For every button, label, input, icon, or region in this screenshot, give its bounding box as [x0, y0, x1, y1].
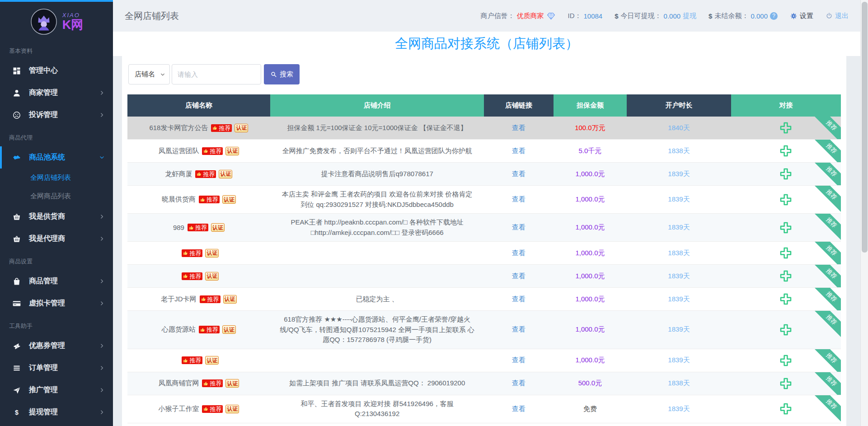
main-area: 全网店铺列表 商户信誉： 优质商家 ID： 10084 $ 今日可提现： 0.0… — [113, 0, 860, 426]
shop-link-cell: 查看 — [484, 372, 553, 395]
search-input[interactable] — [172, 64, 261, 84]
thumb-up-icon — [183, 250, 188, 256]
open-days-cell: 1839天 — [627, 395, 731, 423]
view-link[interactable]: 查看 — [512, 249, 525, 257]
sidebar-item-merchant-management[interactable]: 商家管理 — [0, 82, 113, 104]
thumb-up-icon — [183, 273, 188, 279]
table-row: 618发卡网官方公告推荐认证担保金额 1元=100保证金 10元=1000保证金… — [127, 117, 841, 140]
sidebar-subitem-all-product-list[interactable]: 全网商品列表 — [0, 187, 113, 206]
connect-button[interactable] — [779, 292, 793, 306]
connect-button[interactable] — [779, 377, 793, 390]
sidebar-subitem-all-shop-list[interactable]: 全网店铺列表 — [0, 169, 113, 187]
sidebar-item-product-pool-system[interactable]: 商品池系统 — [0, 146, 113, 169]
recommend-badge-label: 推荐 — [189, 357, 201, 363]
column-header-6: 对接 — [731, 94, 841, 117]
sidebar-item-complaint-management[interactable]: 投诉管理 — [0, 104, 113, 126]
frown-icon — [12, 111, 21, 120]
recommend-badge-label: 推荐 — [206, 327, 218, 332]
connect-button[interactable] — [779, 402, 793, 416]
shop-intro-cell: 担保金额 1元=100保证金 10元=1000保证金 【保证金不退】 — [270, 117, 484, 139]
connect-button[interactable] — [779, 354, 793, 367]
sidebar-item-label: 商家管理 — [29, 88, 58, 98]
recommend-badge-label: 推荐 — [210, 380, 221, 386]
recommend-ribbon: 推荐 — [812, 186, 841, 213]
table-row: 凤凰运营团队推荐认证全网推广免费发布，否则平台不予通过！凤凰运营团队为你护航查看… — [127, 140, 841, 163]
view-link[interactable]: 查看 — [512, 295, 525, 304]
search-button-label: 搜索 — [280, 70, 293, 79]
sidebar-item-i-am-agent[interactable]: 我是代理商 — [0, 228, 113, 250]
sidebar-item-label: 虚拟卡管理 — [29, 299, 65, 308]
search-field-select[interactable]: 店铺名 — [128, 64, 170, 84]
connect-button[interactable] — [779, 121, 793, 135]
sidebar-item-virtual-card-management[interactable]: 虚拟卡管理 — [0, 292, 113, 314]
view-link[interactable]: 查看 — [512, 379, 525, 388]
thumb-up-icon — [189, 225, 194, 230]
merchant-id: ID： 10084 — [568, 12, 603, 20]
settings[interactable]: 设置 — [790, 12, 813, 20]
connect-cell: 推荐 — [731, 372, 841, 395]
view-link[interactable]: 查看 — [512, 223, 525, 232]
svg-text:$: $ — [15, 408, 19, 416]
connect-cell: 推荐 — [731, 288, 841, 310]
view-link[interactable]: 查看 — [512, 124, 525, 132]
open-days: 1839天 — [668, 295, 690, 304]
sidebar-item-promotion-management[interactable]: 推广管理 — [0, 379, 113, 401]
open-days: 1839天 — [668, 272, 690, 281]
guarantee-amount: 1,000.0元 — [575, 325, 605, 334]
sidebar-item-product-management[interactable]: 商品管理 — [0, 270, 113, 292]
king-logo-icon — [30, 8, 58, 36]
sidebar-item-management-center[interactable]: 管理中心 — [0, 60, 113, 82]
topbar: 全网店铺列表 商户信誉： 优质商家 ID： 10084 $ 今日可提现： 0.0… — [113, 0, 860, 32]
basket-icon — [12, 212, 21, 221]
id-value: 10084 — [584, 12, 603, 20]
connect-button[interactable] — [779, 144, 793, 158]
logout[interactable]: 退出 — [826, 12, 849, 20]
open-days-cell: 1838天 — [627, 242, 731, 264]
view-link[interactable]: 查看 — [512, 356, 525, 365]
open-days-cell: 1839天 — [627, 186, 731, 213]
open-days-cell: 1839天 — [627, 311, 731, 349]
logout-label: 退出 — [835, 12, 849, 20]
sidebar-item-coupon-management[interactable]: 优惠券管理 — [0, 335, 113, 357]
shop-link-cell: 查看 — [484, 265, 553, 287]
search-button[interactable]: 搜索 — [264, 64, 300, 84]
view-link[interactable]: 查看 — [512, 272, 525, 281]
withdraw-link[interactable]: 提现 — [683, 12, 696, 20]
open-days-cell: 1839天 — [627, 288, 731, 310]
guarantee-amount-cell: 1,000.0元 — [554, 265, 627, 287]
basket-icon — [12, 234, 21, 243]
view-link[interactable]: 查看 — [512, 405, 525, 413]
sidebar-item-label: 管理中心 — [29, 66, 58, 75]
view-link[interactable]: 查看 — [512, 195, 525, 204]
recommend-ribbon: 推荐 — [812, 214, 841, 241]
connect-button[interactable] — [779, 167, 793, 181]
scrollbar[interactable] — [860, 0, 868, 426]
connect-button[interactable] — [779, 193, 793, 206]
guarantee-amount-cell: 500.0元 — [554, 372, 627, 395]
shop-intro-cell: 本店主卖 和评金鹰 王者农药的项目 欢迎各位前来对接 价格肯定到位 qq:293… — [270, 186, 484, 213]
certified-badge: 认证 — [225, 379, 239, 388]
sidebar-item-withdraw-management[interactable]: $提现管理 — [0, 401, 113, 423]
sidebar-item-merchant-garden[interactable]: 商户园地 — [0, 423, 113, 426]
sidebar-section-label: 基本资料 — [0, 39, 113, 60]
sidebar-item-i-am-supplier[interactable]: 我是供货商 — [0, 206, 113, 228]
shop-name: 618发卡网官方公告 — [149, 124, 208, 132]
view-link[interactable]: 查看 — [512, 170, 525, 178]
guarantee-amount-cell: 1,000.0元 — [554, 214, 627, 241]
chevron-down-icon — [160, 72, 165, 77]
recommend-ribbon: 推荐 — [812, 349, 841, 372]
view-link[interactable]: 查看 — [512, 325, 525, 334]
shop-link-cell: 查看 — [484, 349, 553, 372]
view-link[interactable]: 查看 — [512, 147, 525, 155]
connect-button[interactable] — [779, 323, 793, 337]
connect-button[interactable] — [779, 246, 793, 260]
connect-button[interactable] — [779, 221, 793, 234]
connect-button[interactable] — [779, 269, 793, 283]
shop-link-cell: 查看 — [484, 214, 553, 241]
scrollbar-thumb[interactable] — [862, 2, 868, 253]
help-icon[interactable]: ? — [770, 12, 778, 20]
grid-icon — [12, 66, 21, 75]
table-row: 989推荐认证PEAK王者 http://peaknb.cccpan.com/□… — [127, 214, 841, 242]
card-icon — [12, 299, 21, 308]
sidebar-item-order-management[interactable]: 订单管理 — [0, 357, 113, 379]
